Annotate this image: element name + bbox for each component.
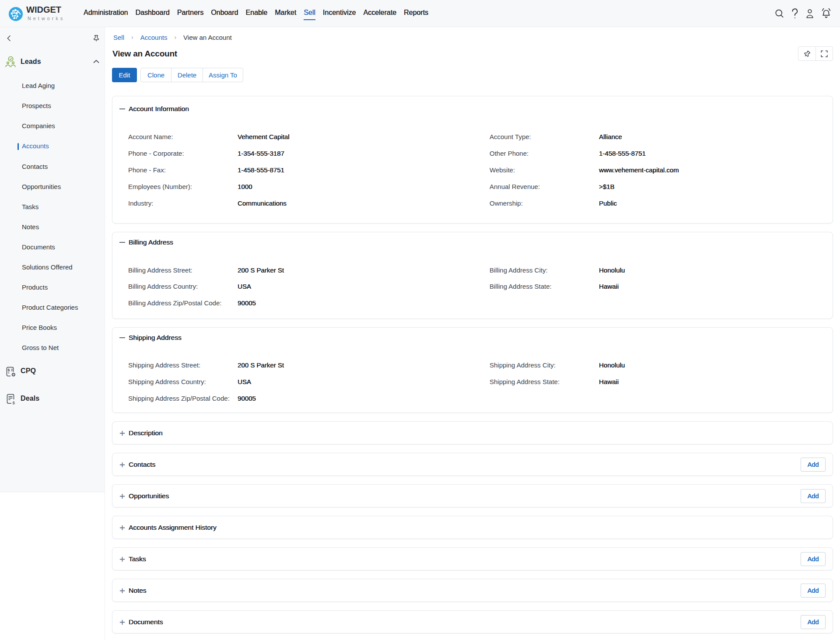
svg-text:$: $ — [13, 400, 15, 405]
svg-text:$: $ — [8, 368, 10, 372]
